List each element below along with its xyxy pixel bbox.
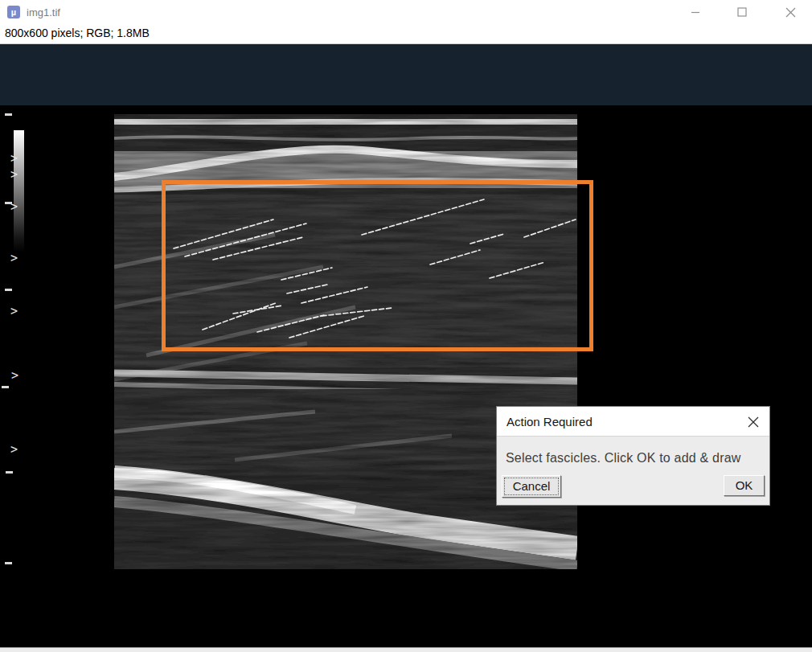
- overlay-chevron-marker: >: [10, 153, 18, 165]
- overlay-chevron-marker: >: [10, 169, 18, 181]
- close-icon: [785, 7, 796, 18]
- overlay-chevron-marker: >: [10, 444, 18, 456]
- maximize-button[interactable]: [724, 0, 761, 24]
- close-button[interactable]: [772, 0, 809, 24]
- overlay-dash-marker: [5, 289, 12, 291]
- minimize-icon: [691, 7, 700, 17]
- cancel-button[interactable]: Cancel: [502, 475, 561, 498]
- dialog-close-icon: [748, 416, 759, 428]
- ok-button[interactable]: OK: [724, 475, 765, 496]
- status-bar: 800x600 pixels; RGB; 1.8MB: [0, 24, 812, 44]
- overlay-chevron-marker: >: [10, 252, 18, 264]
- dialog-message: Select fascicles. Click OK to add & draw: [506, 451, 765, 465]
- window-title: img1.tif: [27, 6, 60, 18]
- image-canvas: >>>>>>>: [0, 105, 812, 647]
- image-info-text: 800x600 pixels; RGB; 1.8MB: [5, 27, 150, 39]
- minimize-button[interactable]: [677, 0, 714, 24]
- dialog-title: Action Required: [506, 415, 593, 429]
- maximize-icon: [737, 7, 747, 17]
- top-panel: [0, 44, 812, 105]
- overlay-dash-marker: [5, 202, 12, 204]
- overlay-chevron-marker: >: [10, 305, 18, 318]
- overlay-dash-marker: [5, 562, 12, 564]
- dialog-close-button[interactable]: [745, 414, 761, 430]
- imagej-icon: µ: [7, 6, 20, 18]
- dialog-titlebar[interactable]: Action Required: [497, 407, 769, 437]
- overlay-dash-marker: [6, 471, 13, 474]
- overlay-chevron-marker: >: [11, 370, 18, 382]
- selection-rect[interactable]: [162, 180, 593, 351]
- window-bottom-edge: [0, 647, 812, 652]
- grayscale-gradient-bar: [14, 130, 24, 252]
- action-required-dialog: Action Required Select fascicles. Click …: [496, 406, 770, 506]
- overlay-dash-marker: [2, 386, 9, 388]
- overlay-dash-marker: [5, 113, 12, 116]
- window-titlebar: µ img1.tif: [0, 0, 812, 24]
